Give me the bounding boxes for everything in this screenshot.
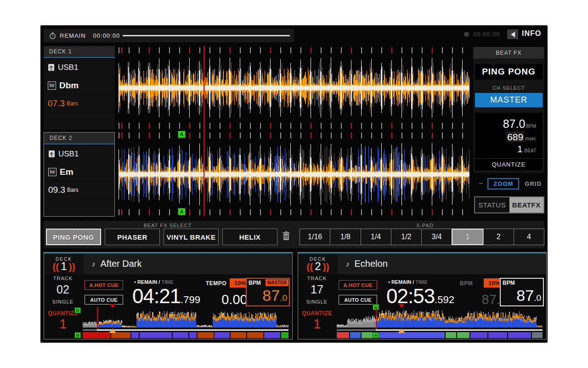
xpad-cell-1-4[interactable]: 1/4 [361,229,391,245]
deck1-cue-a-marker[interactable]: A [178,131,186,138]
deck2-phrase-a-marker: A [373,332,379,338]
deck2-source-row[interactable]: USB1 [44,145,114,162]
deck2-bpm-dim-label: BPM [460,280,473,287]
phrase-segment [457,332,469,338]
fx-msec-value: 689 [506,132,524,142]
waveform-playhead [204,46,204,216]
fx-button-helix[interactable]: HELIX [222,229,277,245]
selected-effect: PING PONG [475,64,543,80]
deck2-bpm-box: BPM 87.0 [500,278,544,306]
deck2-number: 2 [313,260,322,272]
grid-label[interactable]: GRID [525,180,542,187]
deck1-key-row[interactable]: b♯ Dbm [44,77,115,94]
xpad-cell-3-4[interactable]: 3/4 [421,229,452,245]
zoom-button[interactable]: ZOOM [487,178,519,190]
deck2-cue-a-marker[interactable]: A [178,208,186,215]
deck1-bars-row: 07.3 Bars [44,95,115,112]
deck1-panel-title: DECK 1 [44,46,115,58]
deck1-main-waveform[interactable] [119,54,469,122]
deck2-auto-cue-button[interactable]: AUTO CUE [339,295,377,305]
ch-select-label: CH SELECT [475,85,543,91]
deck2-track-col: TRACK 17 SINGLE [298,276,336,305]
beat-fx-select-buttons: PING PONGPHASERVINYL BRAKEHELIX [46,229,277,245]
deck2-main-waveform[interactable] [119,140,469,208]
trash-icon[interactable] [282,231,291,241]
deck2-status-panel: DECK ((2)) ♪ Echelon TRACK 17 SINGLE A.H… [298,252,547,339]
phrase-segment [264,332,280,338]
xpad-cell-1-8[interactable]: 1/8 [330,229,361,245]
status-tab[interactable]: STATUS [475,197,509,213]
deck1-memory-marker: D [74,307,81,313]
deck2-bpm-frac: .0 [534,293,541,303]
deck1-time-main: 04:21 [132,285,181,307]
deck1-source-row[interactable]: USB1 [44,59,115,76]
beatfx-tab[interactable]: BEATFX [509,197,544,213]
xpad-cell-4[interactable]: 4 [514,229,544,245]
deck1-cue-triangle [110,304,115,308]
deck2-time-mode-alt: TIME [415,279,427,285]
deck1-quantize-value: 1 [44,316,82,332]
info-label[interactable]: INFO [522,29,541,38]
phrase-segment [173,332,189,338]
left-triangle-icon [511,32,515,37]
record-dot-icon [464,32,469,37]
xpad-cell-1[interactable]: 1 [452,229,483,245]
deck2-quantize-label: QUANTIZE [298,310,336,316]
deck2-track-number: 17 [298,283,336,296]
deck2-beatgrid-bottom [119,209,469,215]
deck1-hot-cue-button[interactable]: A.HOT CUE [85,280,123,290]
fx-button-ping-pong[interactable]: PING PONG [46,229,101,245]
deck2-overview-waveform[interactable] [337,307,543,328]
deck2-time-mode[interactable]: • REMAIN / [388,279,414,285]
deck2-header: DECK ((2)) ♪ Echelon [298,253,546,274]
bpm-label: BPM [503,280,515,286]
remain-time: 00:00:00 [93,32,120,39]
phrase-segment [231,332,247,338]
xpad-cell-1-16[interactable]: 1/16 [300,229,330,245]
deck2-beatgrid-top [119,132,469,138]
deck2-key-row[interactable]: b♯ Em [44,163,114,180]
deck1-header: DECK ((1)) ♪ After Dark [44,253,292,274]
zoom-minus[interactable]: − [479,179,483,188]
xpad-cell-2[interactable]: 2 [483,229,514,245]
deck2-overview-playhead [376,307,377,330]
deck2-phrase-bar [337,332,543,338]
deck1-status-panel: DECK ((1)) ♪ After Dark TRACK 02 SINGLE … [44,252,293,339]
phrase-segment [131,332,139,338]
fx-button-phaser[interactable]: PHASER [105,229,160,245]
deck2-time-main: 02:53 [386,285,435,307]
deck1-overview-waveform[interactable] [83,307,288,328]
deck2-play-mode: SINGLE [298,299,336,305]
deck1-time-mode[interactable]: • REMAIN / [134,279,160,285]
channel-select-button[interactable]: MASTER [475,93,543,107]
fx-beat-value: 1 [516,144,524,154]
deck1-phrase-cue-triangle [109,328,116,333]
phrase-segment [532,332,543,338]
phrase-segment [83,332,110,338]
track-label: TRACK [298,276,336,281]
phrase-segment [350,332,361,338]
xpad-cell-1-2[interactable]: 1/2 [391,229,422,245]
fx-button-vinyl-brake[interactable]: VINYL BRAKE [164,229,219,245]
fx-bpm-value: 87.0 [503,117,526,130]
fx-msec-unit: msec [525,136,536,141]
fx-quantize-button[interactable]: QUANTIZE [475,158,543,170]
phrase-segment [488,332,507,338]
deck2-id: DECK ((2)) [298,253,338,274]
deck2-title-bar[interactable]: ♪ Echelon [338,253,388,274]
deck2-hot-cue-button[interactable]: A.HOT CUE [339,280,377,290]
info-back-button[interactable] [507,29,518,39]
phrase-segment [446,332,456,338]
bpm-label: BPM [249,280,261,286]
deck1-bars: 07.3 [48,98,65,109]
deck1-info-panel: DECK 1 USB1 b♯ Dbm 07.3 Bars [44,46,115,130]
deck2-quantize-value: 1 [298,316,336,332]
onair-paren-left: (( [52,261,59,272]
deck1-title-bar[interactable]: ♪ After Dark [84,253,142,274]
deck1-auto-cue-button[interactable]: AUTO CUE [85,295,123,305]
deck1-tempo-label: TEMPO [206,280,226,287]
phrase-segment [198,332,214,338]
deck1-beatgrid-top [119,47,469,53]
onair-paren-right: )) [69,261,75,272]
deck2-panel-title: DECK 2 [44,132,114,144]
